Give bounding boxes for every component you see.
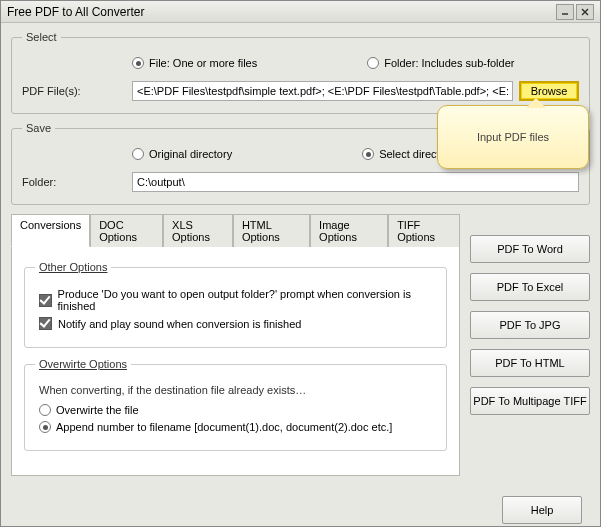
checkbox-icon xyxy=(39,317,52,330)
radio-icon xyxy=(132,57,144,69)
pdf-to-multipage-tiff-button[interactable]: PDF To Multipage TIFF xyxy=(470,387,590,415)
overwrite-options-group: Overwirte Options When converting, if th… xyxy=(24,358,447,451)
prompt-label: Produce 'Do you want to open output fold… xyxy=(58,288,436,312)
pdf-to-jpg-button[interactable]: PDF To JPG xyxy=(470,311,590,339)
tab-panel: Other Options Produce 'Do you want to op… xyxy=(11,246,460,476)
original-dir-label: Original directory xyxy=(149,148,232,160)
app-window: Free PDF to All Converter Select File: O… xyxy=(0,0,601,527)
content-area: Select File: One or more files Folder: I… xyxy=(1,23,600,527)
close-button[interactable] xyxy=(576,4,594,20)
callout-tooltip: Input PDF files xyxy=(437,105,589,169)
tabs-column: Conversions DOC Options XLS Options HTML… xyxy=(11,213,460,476)
notify-label: Notify and play sound when conversion is… xyxy=(58,318,301,330)
folder-radio-label: Folder: Includes sub-folder xyxy=(384,57,514,69)
original-dir-radio[interactable]: Original directory xyxy=(132,148,232,160)
tab-tiff-options[interactable]: TIFF Options xyxy=(388,214,460,247)
tabs-area: Conversions DOC Options XLS Options HTML… xyxy=(11,213,590,476)
radio-icon xyxy=(39,404,51,416)
select-legend: Select xyxy=(22,31,61,43)
overwrite-file-radio[interactable]: Overwirte the file xyxy=(39,404,436,416)
pdf-files-input[interactable] xyxy=(132,81,513,101)
tab-xls-options[interactable]: XLS Options xyxy=(163,214,233,247)
tab-doc-options[interactable]: DOC Options xyxy=(90,214,163,247)
other-options-legend: Other Options xyxy=(35,261,111,273)
overwrite-legend: Overwirte Options xyxy=(35,358,131,370)
file-radio-label: File: One or more files xyxy=(149,57,257,69)
append-label: Append number to filename [document(1).d… xyxy=(56,421,392,433)
folder-input[interactable] xyxy=(132,172,579,192)
overwrite-desc: When converting, if the destination file… xyxy=(39,384,436,396)
callout-text: Input PDF files xyxy=(477,131,549,143)
radio-icon xyxy=(367,57,379,69)
checkbox-icon xyxy=(39,294,52,307)
folder-radio[interactable]: Folder: Includes sub-folder xyxy=(367,57,514,69)
pdf-to-html-button[interactable]: PDF To HTML xyxy=(470,349,590,377)
append-number-radio[interactable]: Append number to filename [document(1).d… xyxy=(39,421,436,433)
tab-conversions[interactable]: Conversions xyxy=(11,214,90,247)
overwrite-file-label: Overwirte the file xyxy=(56,404,139,416)
window-title: Free PDF to All Converter xyxy=(7,5,554,19)
radio-icon xyxy=(362,148,374,160)
tab-html-options[interactable]: HTML Options xyxy=(233,214,310,247)
pdf-to-excel-button[interactable]: PDF To Excel xyxy=(470,273,590,301)
pdf-files-label: PDF File(s): xyxy=(22,85,132,97)
file-radio[interactable]: File: One or more files xyxy=(132,57,257,69)
folder-label: Folder: xyxy=(22,176,132,188)
titlebar: Free PDF to All Converter xyxy=(1,1,600,23)
action-buttons: PDF To Word PDF To Excel PDF To JPG PDF … xyxy=(470,213,590,476)
radio-icon xyxy=(132,148,144,160)
radio-icon xyxy=(39,421,51,433)
select-group: Select File: One or more files Folder: I… xyxy=(11,31,590,114)
help-button[interactable]: Help xyxy=(502,496,582,524)
save-legend: Save xyxy=(22,122,55,134)
help-row: Help xyxy=(11,476,590,527)
tab-image-options[interactable]: Image Options xyxy=(310,214,388,247)
prompt-checkbox[interactable]: Produce 'Do you want to open output fold… xyxy=(39,288,436,312)
notify-checkbox[interactable]: Notify and play sound when conversion is… xyxy=(39,317,436,330)
tab-strip: Conversions DOC Options XLS Options HTML… xyxy=(11,213,460,246)
pdf-to-word-button[interactable]: PDF To Word xyxy=(470,235,590,263)
other-options-group: Other Options Produce 'Do you want to op… xyxy=(24,261,447,348)
minimize-button[interactable] xyxy=(556,4,574,20)
